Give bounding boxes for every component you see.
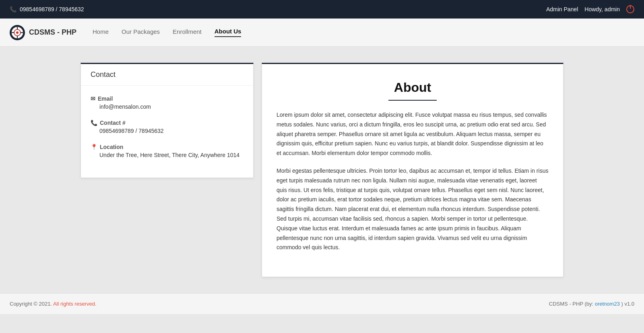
email-label: Email (98, 95, 113, 102)
contact-card: Contact ✉ Email info@mensalon.com 📞 Cont… (80, 63, 254, 178)
phone-icon-contact: 📞 (91, 120, 97, 126)
topbar-right: Admin Panel Howdy, admin (546, 5, 634, 13)
admin-panel-link[interactable]: Admin Panel (546, 6, 578, 12)
nav-about[interactable]: About Us (215, 28, 242, 37)
footer-copyright-text: Copyright © 2021. (10, 301, 52, 307)
phone-value: 09854698789 / 78945632 (91, 128, 244, 134)
location-value: Under the Tree, Here Street, There City,… (91, 152, 244, 158)
brand-link[interactable]: CDSMS - PHP (10, 25, 76, 40)
navbar: CDSMS - PHP Home Our Packages Enrollment… (0, 19, 644, 47)
brand-logo (10, 25, 25, 40)
phone-label: Contact # (100, 120, 126, 126)
topbar: 📞 09854698789 / 78945632 Admin Panel How… (0, 0, 644, 19)
contact-phone-item: 📞 Contact # 09854698789 / 78945632 (91, 120, 244, 134)
footer-copyright: Copyright © 2021. All rights reserved. (10, 301, 97, 307)
howdy-label: Howdy, admin (584, 6, 620, 12)
about-paragraph-1: Lorem ipsum dolor sit amet, consectetur … (277, 110, 549, 158)
topbar-phone: 📞 09854698789 / 78945632 (10, 6, 84, 12)
email-value: info@mensalon.com (91, 103, 244, 110)
logout-icon[interactable] (626, 5, 634, 13)
about-divider (388, 100, 437, 101)
nav-packages[interactable]: Our Packages (122, 28, 160, 37)
footer-rights: All rights reserved. (53, 301, 97, 307)
footer-brand-info: CDSMS - PHP (by: oretnom23 ) v1.0 (549, 301, 634, 307)
brand-name: CDSMS - PHP (29, 28, 76, 37)
contact-email-item: ✉ Email info@mensalon.com (91, 95, 244, 110)
svg-point-2 (16, 31, 19, 34)
about-paragraph-2: Morbi egestas pellentesque ultricies. Pr… (277, 166, 549, 252)
phone-label-row: 📞 Contact # (91, 120, 244, 126)
brand-logo-svg (11, 27, 23, 39)
footer-version: ) v1.0 (620, 301, 634, 307)
phone-number: 09854698789 / 78945632 (20, 6, 84, 12)
email-label-row: ✉ Email (91, 95, 244, 102)
location-label: Location (100, 144, 123, 150)
phone-icon: 📞 (10, 6, 17, 12)
nav-home[interactable]: Home (93, 28, 109, 37)
contact-header: Contact (81, 64, 253, 86)
contact-location-item: 📍 Location Under the Tree, Here Street, … (91, 144, 244, 158)
footer-author-link[interactable]: oretnom23 (595, 301, 620, 307)
location-icon: 📍 (91, 144, 97, 150)
contact-body: ✉ Email info@mensalon.com 📞 Contact # 09… (81, 86, 253, 178)
about-title: About (277, 80, 549, 95)
footer-brand-text: CDSMS - PHP (by: (549, 301, 595, 307)
location-label-row: 📍 Location (91, 144, 244, 150)
about-card: About Lorem ipsum dolor sit amet, consec… (262, 63, 564, 277)
nav-links: Home Our Packages Enrollment About Us (93, 28, 241, 37)
main-content: Contact ✉ Email info@mensalon.com 📞 Cont… (0, 47, 644, 293)
nav-enrollment[interactable]: Enrollment (173, 28, 202, 37)
email-icon: ✉ (91, 95, 95, 102)
footer: Copyright © 2021. All rights reserved. C… (0, 293, 644, 314)
